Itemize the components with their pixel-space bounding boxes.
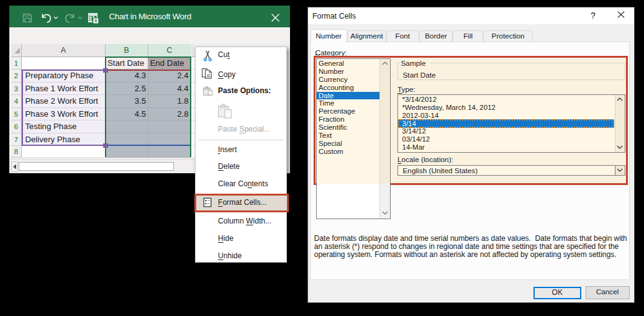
svg-text:X: X	[94, 18, 98, 24]
